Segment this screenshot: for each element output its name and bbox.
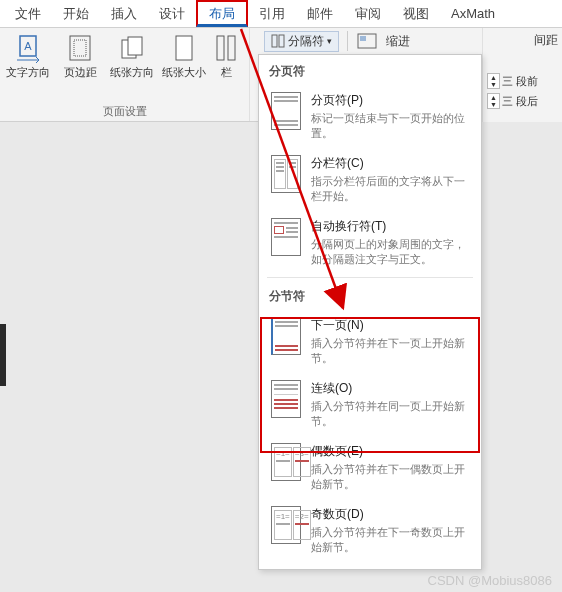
tab-review[interactable]: 审阅 [344,0,392,27]
spacing-label: 间距 [534,32,558,49]
columns-icon [215,34,237,64]
breaks-menu: 分页符 分页符(P) 标记一页结束与下一页开始的位置。 分栏符(C) 指示分栏符… [258,54,482,570]
next-page-title: 下一页(N) [311,317,471,334]
breaks-dropdown[interactable]: 分隔符 ▾ [264,31,339,52]
continuous-desc: 插入分节符并在同一页上开始新节。 [311,399,471,429]
orientation-label: 纸张方向 [110,66,154,79]
orientation-button[interactable]: 纸张方向 [110,32,154,79]
text-direction-label: 文字方向 [6,66,50,79]
margins-label: 页边距 [64,66,97,79]
tab-bar: 文件 开始 插入 设计 布局 引用 邮件 审阅 视图 AxMath [0,0,562,28]
spacing-after-label: 三 段后 [502,94,538,109]
even-page-title: 偶数页(E) [311,443,471,460]
menu-item-continuous[interactable]: 连续(O) 插入分节符并在同一页上开始新节。 [259,374,481,437]
page-setup-title: 页面设置 [6,104,243,119]
svg-rect-12 [360,36,366,41]
odd-page-title: 奇数页(D) [311,506,471,523]
columns-label: 栏 [221,66,232,79]
page-break-icon [271,92,301,130]
menu-item-even-page[interactable]: =1==3= 偶数页(E) 插入分节符并在下一偶数页上开始新节。 [259,437,481,500]
even-page-desc: 插入分节符并在下一偶数页上开始新节。 [311,462,471,492]
tab-mailings[interactable]: 邮件 [296,0,344,27]
page-break-title: 分页符(P) [311,92,471,109]
tab-home[interactable]: 开始 [52,0,100,27]
page-setup-group: A 文字方向 页边距 纸张方向 纸张大小 栏 页面设置 [0,28,250,121]
spacing-before-control[interactable]: ▲▼ 三 段前 [487,73,558,89]
svg-rect-5 [128,37,142,55]
menu-separator [267,277,473,278]
page-break-desc: 标记一页结束与下一页开始的位置。 [311,111,471,141]
tab-view[interactable]: 视图 [392,0,440,27]
position-icon[interactable] [356,32,378,50]
odd-page-icon: =1==2= [271,506,301,544]
menu-item-page-break[interactable]: 分页符(P) 标记一页结束与下一页开始的位置。 [259,86,481,149]
watermark: CSDN @Mobius8086 [428,573,552,588]
next-page-icon [271,317,301,355]
column-break-desc: 指示分栏符后面的文字将从下一栏开始。 [311,174,471,204]
svg-rect-9 [272,35,277,47]
text-wrap-title: 自动换行符(T) [311,218,471,235]
spacing-before-label: 三 段前 [502,74,538,89]
svg-rect-8 [228,36,235,60]
continuous-title: 连续(O) [311,380,471,397]
text-wrap-desc: 分隔网页上的对象周围的文字，如分隔题注文字与正文。 [311,237,471,267]
orientation-icon [118,34,146,64]
menu-item-column-break[interactable]: 分栏符(C) 指示分栏符后面的文字将从下一栏开始。 [259,149,481,212]
page-edge [0,324,6,386]
chevron-down-icon: ▾ [327,36,332,46]
column-break-icon [271,155,301,193]
size-icon [170,34,198,64]
breaks-icon [271,34,285,48]
tab-layout[interactable]: 布局 [196,0,248,27]
size-label: 纸张大小 [162,66,206,79]
divider [347,31,348,51]
text-direction-icon: A [14,34,42,64]
tab-file[interactable]: 文件 [4,0,52,27]
margins-button[interactable]: 页边距 [58,32,102,79]
text-direction-button[interactable]: A 文字方向 [6,32,50,79]
indent-label: 缩进 [386,33,410,50]
tab-references[interactable]: 引用 [248,0,296,27]
tab-insert[interactable]: 插入 [100,0,148,27]
menu-item-next-page[interactable]: 下一页(N) 插入分节符并在下一页上开始新节。 [259,311,481,374]
ribbon-right: 分隔符 ▾ 缩进 [258,28,416,54]
svg-rect-6 [176,36,192,60]
tab-axmath[interactable]: AxMath [440,0,506,27]
continuous-icon [271,380,301,418]
odd-page-desc: 插入分节符并在下一奇数页上开始新节。 [311,525,471,555]
text-wrap-icon [271,218,301,256]
svg-rect-7 [217,36,224,60]
spinner-icon: ▲▼ [487,93,500,109]
menu-item-odd-page[interactable]: =1==2= 奇数页(D) 插入分节符并在下一奇数页上开始新节。 [259,500,481,563]
next-page-desc: 插入分节符并在下一页上开始新节。 [311,336,471,366]
spinner-icon: ▲▼ [487,73,500,89]
spacing-after-control[interactable]: ▲▼ 三 段后 [487,93,558,109]
menu-item-text-wrap[interactable]: 自动换行符(T) 分隔网页上的对象周围的文字，如分隔题注文字与正文。 [259,212,481,275]
breaks-label: 分隔符 [288,33,324,50]
svg-text:A: A [24,40,32,52]
margins-icon [66,34,94,64]
page-breaks-header: 分页符 [259,55,481,86]
columns-button[interactable]: 栏 [214,32,238,79]
even-page-icon: =1==3= [271,443,301,481]
svg-rect-3 [74,40,86,56]
svg-rect-10 [279,35,284,47]
column-break-title: 分栏符(C) [311,155,471,172]
size-button[interactable]: 纸张大小 [162,32,206,79]
tab-design[interactable]: 设计 [148,0,196,27]
section-breaks-header: 分节符 [259,280,481,311]
